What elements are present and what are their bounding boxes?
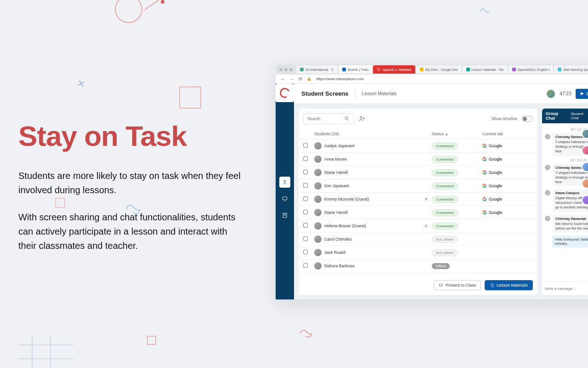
timeline-label: Show timeline — [492, 116, 517, 121]
chat-title: Group Chat — [546, 111, 567, 121]
table-row[interactable]: Carol ChimakoNot Joined — [299, 233, 537, 246]
table-row[interactable]: Kimmy Mcmorie (Guest)✕ConnectedGoogle — [299, 193, 537, 206]
deco-x: ✕ — [76, 77, 87, 91]
user-avatar[interactable] — [547, 90, 555, 98]
chat-input[interactable] — [545, 285, 588, 292]
lesson-timer: 47:23 — [560, 91, 571, 96]
status-badge: Connected — [432, 223, 458, 230]
current-tab-label: Google — [489, 144, 502, 148]
avatar — [314, 262, 322, 270]
deco-squiggle-2 — [478, 5, 492, 18]
browser-tab[interactable]: Boards | Trello — [339, 65, 372, 74]
browser-tab[interactable]: My Drive - Google Driv — [416, 65, 462, 74]
timeline-toggle[interactable] — [522, 116, 533, 122]
breadcrumb[interactable]: Lesson Materials — [362, 91, 397, 96]
marketing-p2: With screen sharing and chat functionali… — [18, 210, 243, 253]
marketing-block: Stay on Task Students are more likely to… — [18, 122, 243, 266]
status-badge: Offline — [432, 263, 450, 269]
present-to-class-button[interactable]: Present to Class — [434, 280, 481, 290]
avatar — [545, 190, 550, 196]
avatar[interactable] — [582, 195, 588, 205]
search-input[interactable] — [303, 113, 354, 124]
status-badge: Connected — [432, 183, 458, 190]
svg-marker-10 — [581, 92, 584, 95]
table-header: Students (29) Status▲ Current tab — [299, 129, 537, 139]
table-row[interactable]: Diane HamillConnectedGoogle — [299, 166, 537, 179]
col-status[interactable]: Status▲ — [432, 132, 482, 136]
logo[interactable] — [276, 84, 294, 102]
browser-tab[interactable]: Lesson materials - Tex — [463, 65, 508, 74]
search-icon — [344, 116, 350, 121]
url-text[interactable]: https://www.classspaces.com — [316, 77, 364, 81]
svg-line-12 — [348, 120, 349, 121]
row-checkbox[interactable] — [303, 263, 308, 268]
browser-tab[interactable]: SZ International✕ — [296, 65, 338, 74]
avatar — [314, 249, 322, 256]
avatar[interactable] — [582, 129, 588, 139]
back-icon[interactable]: ← — [280, 76, 285, 81]
reload-icon[interactable]: ⟳ — [299, 76, 302, 81]
search-field[interactable] — [307, 116, 344, 121]
sidebar-monitor-icon[interactable] — [279, 193, 290, 204]
add-user-icon[interactable] — [358, 115, 366, 122]
status-badge: Connected — [432, 169, 458, 176]
table-row[interactable]: Jack RusellNot Joined — [299, 246, 537, 259]
avatar — [545, 216, 550, 221]
svg-point-11 — [345, 117, 348, 120]
deco-spiral — [51, 359, 69, 368]
chat-message-self: Hello Everyone! Starting in 5 minutes. — [552, 236, 588, 247]
row-checkbox[interactable] — [303, 143, 308, 148]
col-tab[interactable]: Current tab — [482, 132, 533, 136]
avatar[interactable] — [582, 145, 588, 155]
table-row[interactable]: Kim JayavantConnectedGoogle — [299, 179, 537, 193]
avatar[interactable] — [582, 178, 588, 189]
student-name: Kimmy Mcmorie (Guest) — [324, 197, 369, 201]
status-badge: Not Joined — [432, 249, 458, 256]
sidebar-students-icon[interactable] — [279, 177, 290, 188]
table-row[interactable]: Anna MooreConnectedGoogle — [299, 153, 537, 166]
app-header: Student Screens Lesson Materials 47:23 E… — [294, 84, 588, 104]
browser-tab[interactable]: Spanish 2, Materials — [373, 65, 415, 74]
participant-avatars — [582, 129, 588, 205]
row-checkbox[interactable] — [303, 210, 308, 214]
row-checkbox[interactable] — [303, 196, 308, 201]
table-row[interactable]: Diane HamillConnectedGoogle — [299, 206, 537, 219]
avatar — [314, 236, 322, 243]
forward-icon[interactable]: → — [289, 76, 294, 81]
browser-tab[interactable]: SpanishDict | English t — [509, 65, 554, 74]
chat-panel: Group Chat Student Chat ✕ 07 / 12 / 21Ch… — [542, 109, 588, 295]
browser-tab[interactable]: Start learning Spanish — [554, 65, 588, 74]
current-tab-label: Google — [489, 170, 502, 175]
page-title: Student Screens — [301, 90, 349, 97]
row-checkbox[interactable] — [303, 183, 308, 188]
remove-guest-icon[interactable]: ✕ — [424, 224, 428, 228]
app-window: SZ International✕Boards | TrelloSpanish … — [276, 64, 588, 299]
avatar — [314, 222, 322, 230]
left-sidebar — [276, 84, 294, 299]
remove-guest-icon[interactable]: ✕ — [424, 197, 428, 201]
window-controls[interactable] — [279, 68, 293, 71]
deco-line — [144, 0, 161, 11]
table-row[interactable]: Helena Brauer (Guest)✕Connected — [299, 219, 537, 233]
status-badge: Connected — [432, 156, 458, 163]
table-row[interactable]: Aasiya JayavantConnectedGoogle — [299, 139, 537, 153]
deco-grid — [18, 336, 74, 368]
row-checkbox[interactable] — [303, 223, 308, 228]
table-row[interactable]: Debora BarbosaOffline — [299, 259, 537, 273]
row-checkbox[interactable] — [303, 250, 308, 254]
sidebar-book-icon[interactable] — [279, 210, 290, 221]
google-icon — [482, 184, 487, 188]
lesson-materials-button[interactable]: Lesson Materials — [485, 280, 533, 290]
browser-tab-bar: SZ International✕Boards | TrelloSpanish … — [276, 64, 588, 75]
avatar[interactable] — [582, 162, 588, 172]
status-badge: Connected — [432, 209, 458, 216]
row-checkbox[interactable] — [303, 236, 308, 241]
student-name: Carol Chimako — [324, 237, 352, 242]
end-lesson-button[interactable]: End Lesson — [576, 89, 588, 99]
row-checkbox[interactable] — [303, 170, 308, 174]
col-students[interactable]: Students (29) — [314, 132, 432, 136]
row-checkbox[interactable] — [303, 156, 308, 161]
google-icon — [482, 157, 487, 161]
current-tab-label: Google — [489, 197, 502, 201]
current-tab-label: Google — [489, 157, 502, 161]
